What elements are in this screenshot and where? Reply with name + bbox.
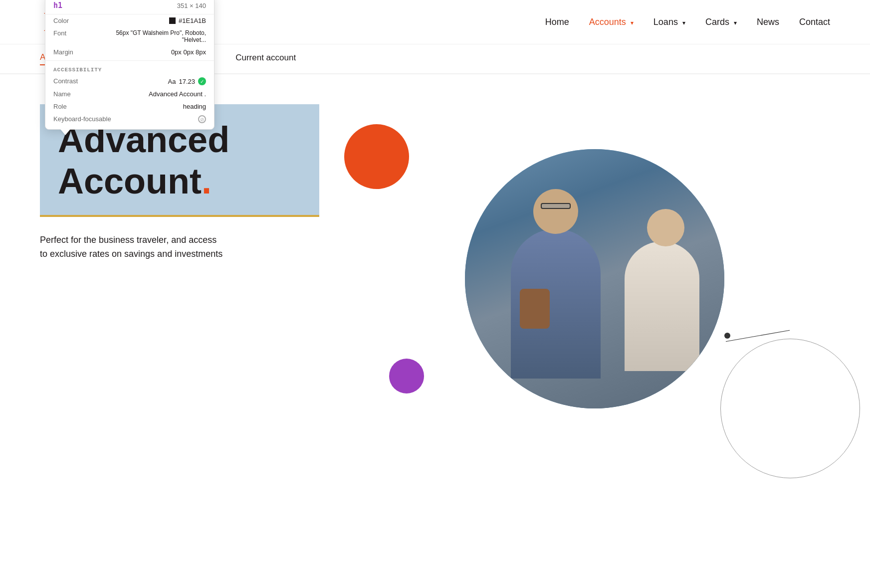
- nav-link-news[interactable]: News: [757, 17, 779, 27]
- hero-circle-image: [465, 149, 724, 408]
- tooltip-row-color: Color #1E1A1B: [45, 14, 214, 27]
- right-content: [359, 104, 830, 453]
- tooltip-contrast-value: Aa 17.23 ✓: [168, 77, 206, 85]
- tooltip-row-margin: Margin 0px 0px 8px: [45, 46, 214, 58]
- subnav-link-current-account[interactable]: Current account: [235, 53, 296, 65]
- sub-description: Perfect for the business traveler, and a…: [40, 233, 249, 262]
- nav-links: Home Accounts ▾ Loans ▾ Cards ▾ News Con…: [545, 17, 830, 27]
- nav-link-cards[interactable]: Cards ▾: [705, 17, 737, 27]
- tooltip-row-name: Name Advanced Account .: [45, 88, 214, 100]
- nav-item-loans[interactable]: Loans ▾: [653, 17, 685, 27]
- bag: [520, 289, 550, 329]
- tooltip-keyboard-label: Keyboard-focusable: [53, 115, 111, 123]
- deco-orange-circle: [344, 124, 409, 189]
- tooltip-keyboard-value: ⊘: [198, 115, 206, 123]
- loans-chevron-icon: ▾: [682, 19, 685, 26]
- nav-item-contact[interactable]: Contact: [799, 17, 830, 27]
- tooltip-role-label: Role: [53, 103, 67, 110]
- color-swatch: [169, 17, 176, 24]
- person-sec-body: [625, 241, 699, 371]
- tooltip-dims: 351 × 140: [177, 2, 206, 9]
- tooltip-name-value: Advanced Account .: [149, 90, 206, 98]
- nav-link-accounts[interactable]: Accounts ▾: [589, 17, 634, 27]
- glasses: [541, 203, 571, 209]
- person-main-head: [533, 189, 578, 234]
- deco-dot: [724, 333, 730, 339]
- deco-purple-circle: [389, 359, 424, 393]
- tooltip-tag: h1: [53, 1, 62, 10]
- nav-link-loans[interactable]: Loans ▾: [653, 17, 685, 27]
- tooltip-font-value: 56px "GT Walsheim Pro", Roboto, "Helvet.…: [96, 29, 206, 43]
- tooltip-font-label: Font: [53, 29, 66, 43]
- left-content: h1 351 × 140 Color #1E1A1B Font 56px "GT…: [40, 104, 319, 261]
- photo-simulation: [465, 149, 724, 408]
- nav-link-contact[interactable]: Contact: [799, 17, 830, 27]
- tooltip-header: h1 351 × 140: [45, 0, 214, 14]
- tooltip-row-contrast: Contrast Aa 17.23 ✓: [45, 75, 214, 88]
- person-sec-head: [647, 209, 684, 246]
- nav-link-home[interactable]: Home: [545, 17, 569, 27]
- tooltip-color-value: #1E1A1B: [169, 17, 206, 24]
- tooltip-margin-label: Margin: [53, 48, 73, 56]
- nav-item-home[interactable]: Home: [545, 17, 569, 27]
- tooltip-color-label: Color: [53, 17, 69, 24]
- main-content: h1 351 × 140 Color #1E1A1B Font 56px "GT…: [0, 74, 870, 483]
- tooltip-role-value: heading: [183, 103, 206, 110]
- tooltip-divider: [45, 60, 214, 61]
- tooltip-margin-value: 0px 0px 8px: [171, 48, 206, 56]
- tooltip-tail: [60, 129, 70, 135]
- tooltip-name-label: Name: [53, 90, 71, 98]
- tooltip-accessibility-label: ACCESSIBILITY: [45, 63, 214, 75]
- check-icon: ✓: [198, 77, 206, 85]
- main-heading: Advanced Account.: [58, 119, 301, 202]
- tooltip-row-keyboard: Keyboard-focusable ⊘: [45, 113, 214, 129]
- nav-item-news[interactable]: News: [757, 17, 779, 27]
- tooltip-row-role: Role heading: [45, 100, 214, 113]
- tooltip-contrast-label: Contrast: [53, 77, 78, 85]
- heading-dot: .: [202, 161, 212, 201]
- deco-outline-circle: [720, 339, 860, 478]
- block-icon: ⊘: [198, 115, 206, 123]
- accounts-chevron-icon: ▾: [631, 19, 634, 26]
- nav-item-cards[interactable]: Cards ▾: [705, 17, 737, 27]
- nav-item-accounts[interactable]: Accounts ▾: [589, 17, 634, 27]
- inspector-tooltip: h1 351 × 140 Color #1E1A1B Font 56px "GT…: [45, 0, 215, 130]
- tooltip-row-font: Font 56px "GT Walsheim Pro", Roboto, "He…: [45, 27, 214, 46]
- cards-chevron-icon: ▾: [734, 19, 737, 26]
